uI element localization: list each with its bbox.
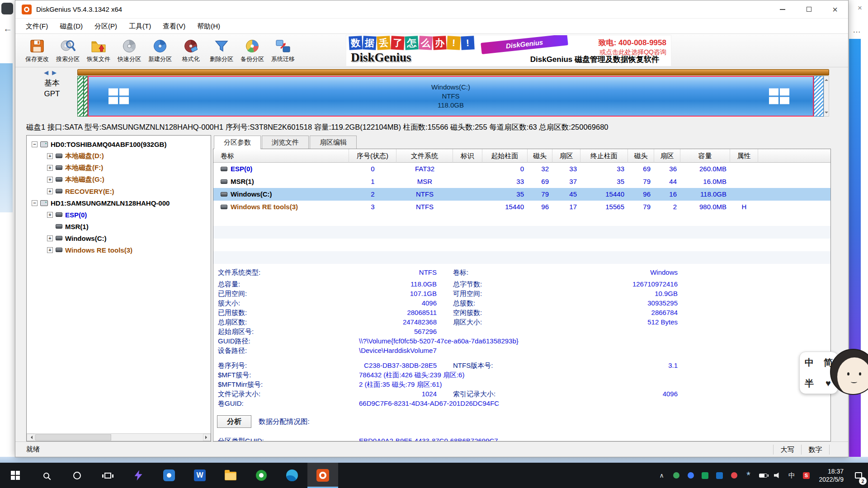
- tray-sogou-red-icon[interactable]: S: [799, 463, 814, 488]
- taskbar-lightning-app-button[interactable]: [123, 463, 154, 488]
- scrollbar-track[interactable]: [34, 434, 203, 441]
- menu-item-0[interactable]: 文件(F): [20, 20, 54, 32]
- scroll-left-button[interactable]: [27, 434, 34, 441]
- taskbar-task-view-button[interactable]: [92, 463, 123, 488]
- tree-expander[interactable]: +: [47, 177, 53, 183]
- prev-disk-icon[interactable]: ◀: [44, 69, 52, 76]
- tab-0[interactable]: 分区参数: [214, 136, 261, 149]
- backup-partition-button[interactable]: 备份分区: [237, 35, 268, 66]
- tree-item[interactable]: +Windows RE tools(3): [27, 244, 210, 256]
- recovery-partition-segment[interactable]: [814, 76, 824, 117]
- table-row[interactable]: MSR(1)1MSR33693735794416.0MB: [213, 175, 830, 188]
- taskbar-word-button[interactable]: W: [184, 463, 215, 488]
- taskbar-search-button[interactable]: [31, 463, 61, 488]
- column-header[interactable]: 容量: [680, 149, 730, 163]
- tray-security-red-icon[interactable]: [727, 463, 741, 488]
- column-header[interactable]: 标识: [453, 149, 482, 163]
- maximize-button[interactable]: [796, 0, 822, 18]
- column-header[interactable]: 扇区: [552, 149, 580, 163]
- menu-item-5[interactable]: 帮助(H): [191, 20, 226, 32]
- tree-item[interactable]: +RECOVERY(E:): [27, 185, 210, 197]
- column-header[interactable]: 卷标: [213, 149, 349, 163]
- column-header[interactable]: 属性: [730, 149, 758, 163]
- tab-1[interactable]: 浏览文件: [262, 136, 309, 149]
- column-header[interactable]: 磁头: [528, 149, 552, 163]
- quick-partition-button[interactable]: 快速分区: [114, 35, 145, 66]
- tree-item[interactable]: +MSR(1): [27, 221, 210, 232]
- taskbar-diskgenius-button[interactable]: [307, 463, 338, 488]
- background-close-icon[interactable]: ×: [858, 4, 862, 13]
- windows-partition-segment[interactable]: Windows(C:) NTFS 118.0GB: [88, 76, 814, 117]
- tree-item[interactable]: +本地磁盘(G:): [27, 174, 210, 185]
- tree-item[interactable]: +本地磁盘(D:): [27, 150, 210, 162]
- tray-hidden-icons-chevron-icon[interactable]: ∧: [655, 463, 669, 488]
- tree-expander[interactable]: +: [47, 165, 53, 171]
- notification-center[interactable]: 2: [849, 463, 868, 488]
- taskbar-file-explorer-button[interactable]: [215, 463, 246, 488]
- tree-item[interactable]: +ESP(0): [27, 209, 210, 221]
- tree-item[interactable]: −HD1:SAMSUNGMZNLN128HAHQ-000: [27, 197, 210, 209]
- disk-strip[interactable]: [77, 69, 829, 75]
- minimize-button[interactable]: [769, 0, 796, 18]
- column-header[interactable]: 文件系统: [396, 149, 453, 163]
- taskbar-edge-button[interactable]: [277, 463, 307, 488]
- tray-volume-icon[interactable]: [770, 463, 785, 488]
- tray-eco-green-icon[interactable]: [669, 463, 684, 488]
- taskbar-cortana-button[interactable]: [61, 463, 92, 488]
- analyze-button[interactable]: 分析: [217, 415, 251, 428]
- esp-partition-segment[interactable]: [77, 76, 84, 117]
- tab-2[interactable]: 扇区编辑: [310, 136, 357, 149]
- menu-item-1[interactable]: 磁盘(D): [54, 20, 89, 32]
- tray-ime-mode-icon[interactable]: 中: [785, 463, 799, 488]
- tray-sync-blue-icon[interactable]: [684, 463, 698, 488]
- column-header[interactable]: 序号(状态): [349, 149, 396, 163]
- table-row[interactable]: Windows RE tools(3)3NTFS1544096171556579…: [213, 201, 830, 213]
- tray-battery-icon[interactable]: [756, 463, 770, 488]
- title-bar[interactable]: DiskGenius V5.4.3.1342 x64 ×: [15, 0, 848, 19]
- tree-expander[interactable]: +: [47, 212, 53, 218]
- column-header[interactable]: 扇区: [654, 149, 680, 163]
- save-changes-button[interactable]: 保存更改: [22, 35, 52, 66]
- tree-expander[interactable]: +: [47, 247, 53, 253]
- tree-expander[interactable]: −: [32, 200, 38, 206]
- bar-scrollbar[interactable]: [824, 76, 829, 117]
- tray-onedrive-blue-icon[interactable]: [712, 463, 727, 488]
- table-row[interactable]: ESP(0)0FAT3203233336936260.0MB: [213, 163, 830, 175]
- column-header[interactable]: 起始柱面: [482, 149, 528, 163]
- format-button[interactable]: 格式化: [175, 35, 206, 66]
- tree-expander[interactable]: +: [47, 153, 53, 159]
- scrollbar-thumb[interactable]: [35, 434, 111, 441]
- ime-widget[interactable]: 中简半♥: [799, 349, 868, 396]
- scroll-right-button[interactable]: [203, 434, 211, 441]
- taskbar-start-button[interactable]: [0, 463, 31, 488]
- search-partition-button[interactable]: 搜索分区: [52, 35, 83, 66]
- system-migration-button[interactable]: 系统迁移: [268, 35, 298, 66]
- menu-item-2[interactable]: 分区(P): [89, 20, 123, 32]
- tree-item[interactable]: +Windows(C:): [27, 232, 210, 244]
- msr-partition-segment[interactable]: [84, 76, 88, 117]
- tree-expander[interactable]: −: [32, 141, 38, 147]
- tree-item[interactable]: +本地磁盘(F:): [27, 162, 210, 174]
- taskbar-green-app-button[interactable]: [246, 463, 277, 488]
- back-arrow-icon[interactable]: ←: [3, 23, 12, 34]
- delete-partition-button[interactable]: 删除分区: [206, 35, 237, 66]
- taskbar-blue-app-button[interactable]: [154, 463, 184, 488]
- ad-banner[interactable]: 数据丢了怎么办!! DiskGenius DiskGenius 致电: 400-…: [346, 35, 671, 66]
- table-row[interactable]: Windows(C:)2NTFS357945154409616118.0GB: [213, 188, 830, 201]
- recover-files-button[interactable]: 恢复文件: [83, 35, 114, 66]
- disk-nav-arrows[interactable]: ◀▶: [35, 69, 69, 76]
- menu-item-3[interactable]: 工具(T): [123, 20, 157, 32]
- column-header[interactable]: 磁头: [628, 149, 654, 163]
- next-disk-icon[interactable]: ▶: [52, 69, 60, 76]
- tree-expander[interactable]: +: [47, 235, 53, 241]
- tree-item[interactable]: −HD0:TOSHIBAMQ04ABF100(932GB): [27, 138, 210, 150]
- background-overflow-icon[interactable]: …: [853, 25, 861, 35]
- taskbar-clock[interactable]: 18:37 2022/5/9: [819, 467, 844, 483]
- close-button[interactable]: ×: [822, 0, 848, 18]
- tray-shield-green-icon[interactable]: [698, 463, 712, 488]
- new-partition-button[interactable]: 新建分区: [145, 35, 175, 66]
- menu-item-4[interactable]: 查看(V): [157, 20, 191, 32]
- column-header[interactable]: 终止柱面: [580, 149, 628, 163]
- tree-horizontal-scrollbar[interactable]: [27, 433, 211, 441]
- tree-expander[interactable]: +: [47, 188, 53, 194]
